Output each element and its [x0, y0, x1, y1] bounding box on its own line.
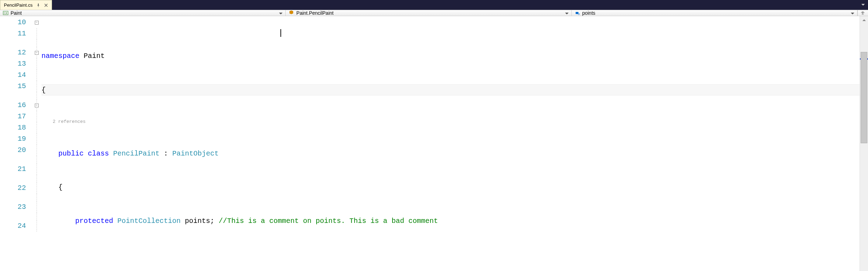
scroll-up-button[interactable]: [860, 16, 868, 24]
csharp-project-icon: C#: [3, 10, 8, 16]
code-token: {: [41, 183, 63, 191]
close-icon[interactable]: [44, 4, 48, 7]
outline-margin: − − −: [32, 16, 41, 271]
code-token: PointCollection: [117, 217, 181, 225]
class-scope-combo[interactable]: Paint.PencilPaint: [286, 10, 571, 16]
chevron-down-icon: [279, 10, 283, 16]
ide-window: PencilPaint.cs C# Paint: [0, 0, 868, 271]
class-scope-label: Paint.PencilPaint: [296, 10, 333, 16]
line-number: 23: [0, 201, 26, 213]
tab-bar: PencilPaint.cs: [0, 0, 868, 10]
code-token: namespace: [41, 52, 79, 60]
line-number: 20: [0, 145, 26, 156]
tab-overflow-button[interactable]: [858, 0, 868, 10]
pin-icon[interactable]: [36, 4, 40, 7]
line-number: 21: [0, 164, 26, 175]
project-scope-combo[interactable]: C# Paint: [0, 10, 286, 16]
tab-pencilpaint[interactable]: PencilPaint.cs: [0, 0, 52, 10]
tab-title: PencilPaint.cs: [4, 2, 33, 8]
code-token: :: [160, 150, 172, 158]
line-number: 14: [0, 70, 26, 81]
fold-toggle[interactable]: −: [35, 21, 39, 25]
field-icon: [575, 10, 580, 16]
member-scope-combo[interactable]: points: [572, 10, 857, 16]
code-token: Paint: [79, 52, 105, 60]
line-number: 22: [0, 183, 26, 194]
class-icon: [289, 10, 294, 16]
code-token: class: [88, 150, 109, 158]
vertical-scrollbar[interactable]: [860, 16, 868, 271]
line-number: 10: [0, 17, 26, 28]
line-number: 15: [0, 81, 26, 92]
scrollbar-track[interactable]: [860, 24, 868, 271]
project-scope-label: Paint: [11, 10, 22, 16]
code-editor[interactable]: 10 11 12 13 14 15 16 17 18 19 20 21 22 2…: [0, 16, 868, 271]
line-number: 19: [0, 133, 26, 145]
text-caret: [280, 29, 281, 37]
member-scope-label: points: [582, 10, 595, 16]
svg-text:C#: C#: [4, 12, 7, 15]
line-number: 12: [0, 47, 26, 58]
code-token: public: [58, 150, 84, 158]
line-number: 11: [0, 28, 26, 39]
code-token: {: [41, 86, 46, 94]
code-token: //This is a comment on points. This is a…: [219, 217, 438, 225]
split-editor-button[interactable]: [857, 10, 868, 16]
code-token: protected: [75, 217, 113, 225]
line-number: 24: [0, 220, 26, 232]
scrollbar-thumb[interactable]: [861, 52, 867, 143]
line-number: 13: [0, 58, 26, 70]
code-token: points;: [181, 217, 219, 225]
line-number: 18: [0, 122, 26, 133]
code-token: PencilPaint: [113, 150, 160, 158]
line-number: 16: [0, 100, 26, 111]
code-token: PaintObject: [172, 150, 219, 158]
nav-bar: C# Paint Paint.PencilPaint points: [0, 10, 868, 16]
line-number-gutter: 10 11 12 13 14 15 16 17 18 19 20 21 22 2…: [0, 16, 32, 271]
chevron-down-icon: [851, 10, 854, 16]
line-number: 17: [0, 111, 26, 122]
chevron-down-icon: [565, 10, 569, 16]
code-content[interactable]: namespace Paint { 2 references public cl…: [41, 16, 860, 271]
svg-point-3: [578, 13, 579, 15]
codelens-references[interactable]: 2 references: [41, 119, 86, 124]
